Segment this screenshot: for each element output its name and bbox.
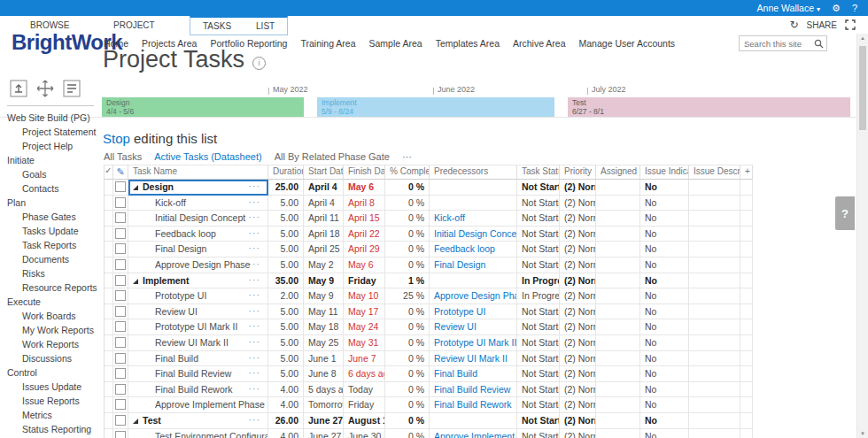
predecessor-link[interactable]: Final Design [434, 259, 485, 270]
cell-issue-indicator[interactable]: No [640, 180, 689, 196]
cell-task-name[interactable]: Kick-off··· [128, 196, 268, 211]
cell-task-status[interactable]: Not Started [517, 429, 560, 438]
row-ellipsis[interactable]: ··· [249, 274, 261, 285]
cell-assigned-to[interactable] [596, 382, 640, 398]
sidebar-item-goals[interactable]: Goals [7, 167, 101, 181]
row-checkbox[interactable] [115, 384, 126, 395]
cell-issue-indicator[interactable]: No [640, 304, 689, 320]
cell-task-name[interactable]: Final Build Review··· [128, 366, 268, 382]
sidebar-item-execute[interactable]: Execute [7, 295, 101, 309]
row-checkbox[interactable] [115, 243, 126, 254]
sidebar-item-project-help[interactable]: Project Help [7, 139, 101, 153]
cell-percent-complete[interactable]: 1 % [385, 273, 430, 289]
cell-task-name[interactable]: Approve Implement Phase··· [128, 397, 268, 413]
cell-priority[interactable]: (2) Normal [560, 288, 596, 304]
row-ellipsis[interactable]: ··· [249, 289, 261, 300]
cell-row-indicator[interactable] [105, 180, 113, 196]
cell-priority[interactable]: (2) Normal [560, 351, 596, 367]
cell-issue-indicator[interactable]: No [640, 257, 689, 273]
column-header-predecessors[interactable]: Predecessors [430, 165, 517, 180]
cell-task-name[interactable]: Review UI··· [128, 304, 268, 320]
cell-assigned-to[interactable] [596, 319, 640, 335]
cell-row-indicator[interactable] [105, 304, 113, 320]
cell-percent-complete[interactable]: 0 % [385, 366, 430, 382]
cell-priority[interactable]: (2) Normal [560, 273, 596, 289]
cell-task-status[interactable]: In Progress [517, 288, 560, 304]
cell-finish-date[interactable]: August 1 [344, 413, 385, 429]
sidebar-item-task-reports[interactable]: Task Reports [7, 238, 101, 252]
cell-row-indicator[interactable] [105, 227, 113, 242]
cell-duration[interactable]: 5.00 [268, 335, 304, 351]
cell-finish-date[interactable]: Friday [344, 397, 385, 413]
cell-percent-complete[interactable]: 0 % [385, 180, 430, 196]
row-checkbox[interactable] [115, 290, 126, 301]
predecessor-link[interactable]: Final Build Rework [434, 399, 512, 410]
sidebar-item-work-boards[interactable]: Work Boards [7, 309, 101, 323]
cell-duration[interactable]: 5.00 [268, 196, 304, 211]
row-checkbox[interactable] [115, 399, 126, 410]
cell-start-date[interactable]: April 18 [304, 227, 344, 242]
sidebar-item-status-reporting[interactable]: Status Reporting [7, 422, 101, 436]
cell-start-date[interactable]: Tomorrow [304, 397, 344, 413]
cell-duration[interactable]: 35.00 [268, 273, 304, 289]
cell-percent-complete[interactable]: 0 % [385, 429, 430, 438]
cell-assigned-to[interactable] [596, 366, 640, 382]
row-ellipsis[interactable]: ··· [249, 336, 261, 347]
row-checkbox[interactable] [115, 337, 126, 348]
timeline-bar-design[interactable]: Design4/4 - 5/6 [102, 97, 304, 117]
cell-task-name[interactable]: Approve Design Phase··· [128, 257, 268, 273]
sidebar-item-risks[interactable]: Risks [7, 266, 101, 280]
cell-predecessors[interactable] [430, 196, 517, 211]
cell-issue-description[interactable] [689, 429, 740, 438]
cell-assigned-to[interactable] [596, 211, 640, 227]
cell-add-column[interactable] [740, 273, 753, 289]
cell-row-indicator[interactable] [105, 366, 113, 382]
cell-add-column[interactable] [740, 242, 753, 257]
cell-duration[interactable]: 4.00 [268, 382, 304, 398]
sidebar-item-web-site-build-pg[interactable]: Web Site Build (PG) [7, 111, 101, 125]
cell-issue-indicator[interactable]: No [640, 413, 689, 429]
cell-assigned-to[interactable] [596, 413, 640, 429]
cell-percent-complete[interactable]: 0 % [385, 196, 430, 211]
cell-issue-description[interactable] [689, 242, 740, 257]
view-active-tasks-datasheet[interactable]: Active Tasks (Datasheet) [154, 151, 261, 162]
sidebar-item-issue-reports[interactable]: Issue Reports [7, 394, 101, 408]
cell-row-indicator[interactable] [105, 319, 113, 335]
row-checkbox[interactable] [115, 431, 126, 438]
cell-start-date[interactable]: May 25 [304, 335, 344, 351]
cell-duration[interactable]: 5.00 [268, 211, 304, 227]
predecessor-link[interactable]: Final Build Review [434, 384, 510, 395]
cell-task-status[interactable]: Not Started [517, 180, 560, 196]
cell-add-column[interactable] [740, 304, 753, 320]
cell-start-date[interactable]: April 11 [304, 211, 344, 227]
cell-task-status[interactable]: Not Started [517, 304, 560, 320]
cell-row-indicator[interactable] [105, 211, 113, 227]
row-ellipsis[interactable]: ··· [249, 398, 261, 409]
row-ellipsis[interactable]: ··· [249, 383, 261, 394]
cell-priority[interactable]: (2) Normal [560, 180, 596, 196]
cell-add-column[interactable] [740, 382, 753, 398]
cell-duration[interactable]: 25.00 [268, 180, 304, 196]
cell-duration[interactable]: 5.00 [268, 319, 304, 335]
cell-task-name[interactable]: Initial Design Concept··· [128, 211, 268, 227]
scrollbar-thumb[interactable] [859, 46, 866, 130]
row-checkbox[interactable] [115, 321, 126, 332]
cell-percent-complete[interactable]: 0 % [385, 211, 430, 227]
cell-priority[interactable]: (2) Normal [560, 196, 596, 211]
row-ellipsis[interactable]: ··· [249, 352, 261, 363]
cell-assigned-to[interactable] [596, 180, 640, 196]
cell-task-name[interactable]: Final Build Rework··· [128, 382, 268, 398]
sidebar-item-resource-reports[interactable]: Resource Reports [7, 280, 101, 295]
cell-predecessors[interactable]: Review UI Mark II [430, 351, 517, 367]
timeline-bar-test[interactable]: Test6/27 - 8/1 [568, 97, 850, 117]
predecessor-link[interactable]: Kick-off [434, 212, 465, 223]
report-list-icon[interactable] [62, 79, 81, 98]
cell-duration[interactable]: 26.00 [268, 413, 304, 429]
cell-assigned-to[interactable] [596, 242, 640, 257]
cell-predecessors[interactable]: Final Build Rework [430, 397, 517, 413]
row-checkbox[interactable] [115, 228, 126, 239]
cell-issue-indicator[interactable]: No [640, 366, 689, 382]
cell-add-column[interactable] [740, 413, 753, 429]
cell-priority[interactable]: (2) Normal [560, 429, 596, 438]
cell-predecessors[interactable]: Final Design [430, 257, 517, 273]
